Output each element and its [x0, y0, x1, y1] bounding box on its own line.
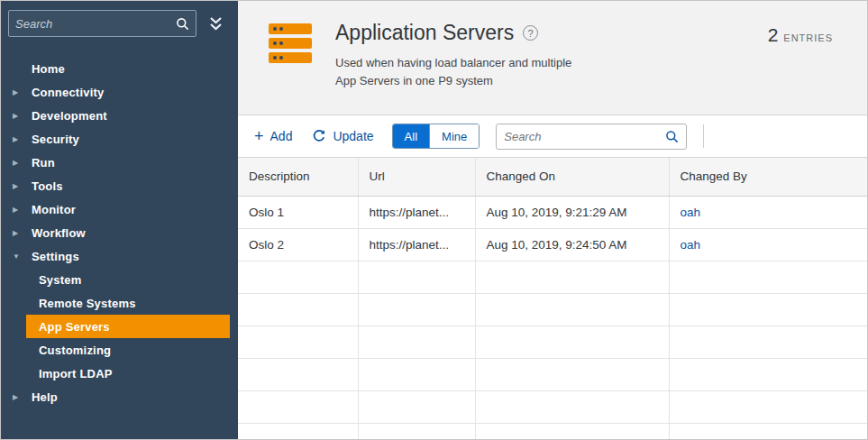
sidebar-item-help[interactable]: ▶ Help: [1, 385, 238, 408]
empty-row: [238, 261, 867, 293]
column-header-description[interactable]: Description: [238, 158, 358, 196]
expand-all-icon[interactable]: [206, 14, 226, 33]
sidebar-item-label: Tools: [32, 179, 63, 193]
cell-changed-by-link[interactable]: oah: [669, 228, 867, 261]
sidebar-item-security[interactable]: ▶ Security: [1, 127, 238, 151]
sidebar-item-label: Help: [32, 390, 58, 404]
empty-row: [238, 293, 867, 325]
sidebar-item-label: Run: [32, 156, 55, 170]
chevron-right-icon: ▶: [10, 182, 32, 190]
filter-mine-button[interactable]: Mine: [429, 124, 479, 148]
toolbar-divider: [703, 124, 704, 148]
empty-cell: [475, 358, 669, 390]
page-subtitle: Used when having load balancer and multi…: [335, 54, 571, 90]
table-row[interactable]: Oslo 1 https://planet... Aug 10, 2019, 9…: [238, 196, 867, 228]
cell-description: Oslo 1: [238, 196, 358, 228]
sidebar-item-monitor[interactable]: ▶ Monitor: [1, 197, 238, 221]
empty-cell: [358, 293, 475, 325]
empty-cell: [475, 293, 669, 325]
app-window: Home ▶ Connectivity ▶ Development ▶ Secu…: [0, 0, 868, 440]
sidebar-item-label: App Servers: [39, 320, 110, 334]
table-search-input[interactable]: [504, 130, 665, 143]
chevron-down-icon: ▼: [10, 252, 32, 261]
page-title: Application Servers: [335, 21, 514, 45]
table-toolbar: + Add Update All Mine: [238, 115, 867, 158]
chevron-right-icon: ▶: [10, 112, 32, 120]
cell-url: https://planet...: [358, 228, 475, 261]
empty-cell: [669, 325, 867, 358]
server-icon: [267, 23, 314, 68]
table-row[interactable]: Oslo 2 https://planet... Aug 10, 2019, 9…: [238, 228, 867, 261]
entries-count: 2 ENTRIES: [768, 24, 833, 46]
sidebar-item-run[interactable]: ▶ Run: [1, 151, 238, 174]
empty-cell: [238, 390, 358, 423]
sidebar-item-connectivity[interactable]: ▶ Connectivity: [1, 80, 238, 104]
cell-changed-on: Aug 10, 2019, 9:24:50 AM: [475, 228, 669, 261]
sidebar-item-app-servers[interactable]: App Servers: [26, 315, 230, 338]
sidebar-item-label: Customizing: [39, 344, 111, 357]
chevron-right-icon: ▶: [10, 206, 32, 214]
sidebar-item-tools[interactable]: ▶ Tools: [1, 174, 238, 197]
column-header-changed-on[interactable]: Changed On: [475, 158, 669, 196]
sidebar-item-system[interactable]: System: [26, 268, 230, 291]
empty-cell: [238, 358, 358, 390]
cell-changed-by-link[interactable]: oah: [669, 196, 867, 228]
sidebar-item-customizing[interactable]: Customizing: [26, 338, 230, 362]
sidebar-search-input[interactable]: [15, 17, 176, 31]
sidebar-item-label: Home: [32, 62, 65, 76]
add-button-label: Add: [270, 129, 293, 143]
search-icon[interactable]: [176, 17, 189, 31]
sidebar-item-label: Workflow: [32, 226, 86, 240]
empty-row: [238, 390, 867, 423]
empty-row: [238, 325, 867, 358]
empty-cell: [238, 325, 358, 358]
chevron-right-icon: ▶: [10, 135, 32, 143]
chevron-right-icon: ▶: [10, 393, 32, 401]
sidebar-item-remote-systems[interactable]: Remote Systems: [26, 291, 230, 315]
empty-cell: [238, 261, 358, 293]
sidebar-item-label: Monitor: [32, 203, 76, 216]
refresh-icon: [312, 129, 326, 143]
empty-cell: [238, 423, 358, 439]
sidebar-item-development[interactable]: ▶ Development: [1, 104, 238, 127]
sidebar-item-import-ldap[interactable]: Import LDAP: [26, 362, 230, 385]
sidebar-item-label: Development: [32, 109, 107, 123]
table-container: Description Url Changed On Changed By Os…: [238, 158, 867, 439]
empty-cell: [475, 390, 669, 423]
sidebar-item-workflow[interactable]: ▶ Workflow: [1, 221, 238, 244]
sidebar-item-label: Connectivity: [32, 86, 104, 99]
column-header-url[interactable]: Url: [358, 158, 475, 196]
empty-cell: [358, 358, 475, 390]
sidebar-item-label: System: [39, 273, 81, 287]
entries-label: ENTRIES: [783, 32, 833, 43]
empty-cell: [669, 358, 867, 390]
filter-all-button[interactable]: All: [393, 124, 429, 148]
sidebar: Home ▶ Connectivity ▶ Development ▶ Secu…: [1, 1, 238, 439]
empty-cell: [669, 423, 867, 439]
sidebar-item-label: Remote Systems: [39, 297, 136, 310]
sidebar-search: [8, 10, 196, 37]
search-icon[interactable]: [665, 130, 679, 143]
page-header: Application Servers ? Used when having l…: [238, 1, 867, 115]
help-icon[interactable]: ?: [523, 25, 538, 41]
update-button-label: Update: [333, 129, 373, 143]
subtitle-line-2: App Servers in one P9 system: [335, 74, 493, 87]
header-text: Application Servers ? Used when having l…: [335, 21, 571, 90]
empty-cell: [238, 293, 358, 325]
chevron-right-icon: ▶: [10, 88, 32, 96]
cell-url: https://planet...: [358, 196, 475, 228]
empty-cell: [475, 261, 669, 293]
table-search: [496, 124, 687, 150]
sidebar-item-home[interactable]: Home: [1, 57, 238, 80]
sidebar-item-settings[interactable]: ▼ Settings: [1, 244, 238, 268]
sidebar-item-label: Settings: [32, 250, 79, 263]
update-button[interactable]: Update: [310, 125, 375, 147]
empty-cell: [475, 423, 669, 439]
column-header-changed-by[interactable]: Changed By: [669, 158, 867, 196]
main-content: Application Servers ? Used when having l…: [238, 1, 867, 439]
sidebar-item-label: Import LDAP: [39, 367, 113, 380]
add-button[interactable]: + Add: [252, 125, 294, 147]
sidebar-toolbar: [1, 1, 238, 44]
chevron-right-icon: ▶: [10, 229, 32, 237]
filter-segmented-control: All Mine: [392, 124, 480, 149]
